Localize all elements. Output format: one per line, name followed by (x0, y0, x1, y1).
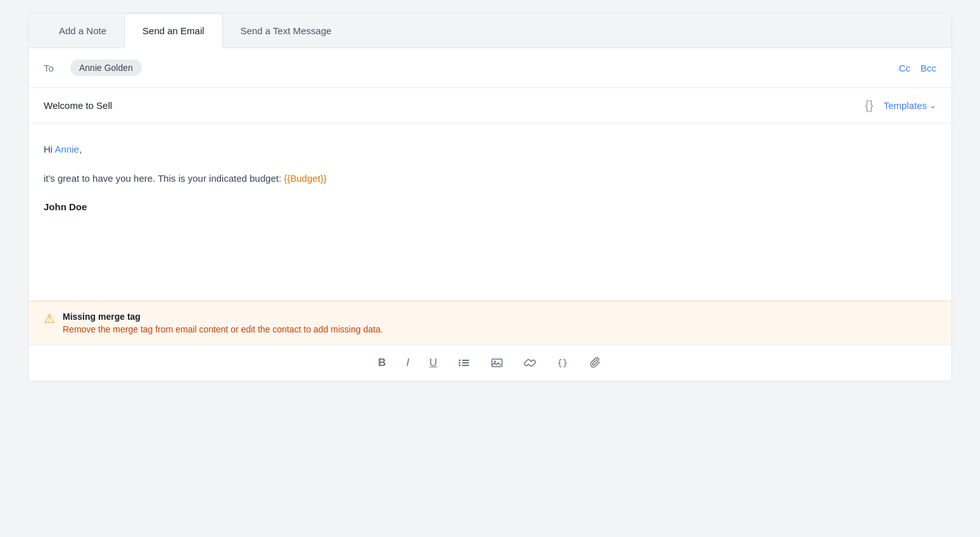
svg-point-4 (458, 365, 460, 367)
underline-button[interactable]: U (427, 354, 439, 372)
merge-tags-icon[interactable]: {} (865, 98, 873, 113)
to-label: To (44, 63, 63, 73)
tab-add-note[interactable]: Add a Note (41, 14, 124, 47)
cc-button[interactable]: Cc (899, 63, 910, 73)
subject-actions: {} Templates ⌄ (865, 98, 936, 113)
link-icon (524, 357, 536, 369)
svg-rect-5 (462, 365, 469, 366)
svg-point-2 (458, 362, 460, 364)
signature: John Doe (44, 199, 936, 215)
svg-rect-3 (462, 362, 469, 363)
bold-button[interactable]: B (375, 354, 388, 372)
greeting-line: Hi Annie, (44, 141, 936, 158)
attachment-icon (589, 357, 602, 369)
warning-banner: ⚠ Missing merge tag Remove the merge tag… (28, 301, 952, 344)
image-button[interactable] (488, 354, 506, 372)
email-form: To Annie Golden Cc Bcc {} Templates ⌄ Hi… (28, 48, 952, 381)
greeting-name: Annie (55, 144, 79, 155)
bullet-list-button[interactable] (455, 354, 473, 372)
content-line: it's great to have you here. This is you… (44, 170, 936, 187)
warning-content: Missing merge tag Remove the merge tag f… (63, 312, 383, 334)
svg-text:{}: {} (557, 358, 568, 368)
content-prefix: it's great to have you here. This is you… (44, 173, 284, 184)
merge-tags-toolbar-button[interactable]: {} (554, 354, 572, 372)
svg-point-0 (458, 360, 460, 362)
svg-rect-1 (462, 360, 469, 361)
recipient-chip[interactable]: Annie Golden (70, 60, 142, 76)
chevron-down-icon: ⌄ (929, 101, 936, 110)
tab-send-text[interactable]: Send a Text Message (223, 14, 349, 47)
editor-toolbar: B I U (28, 344, 952, 381)
italic-button[interactable]: I (404, 354, 412, 372)
templates-button[interactable]: Templates ⌄ (884, 100, 936, 111)
warning-icon: ⚠ (44, 312, 55, 325)
greeting-prefix: Hi (44, 144, 55, 155)
merge-tags-toolbar-icon: {} (556, 357, 569, 369)
link-button[interactable] (521, 354, 539, 372)
email-body[interactable]: Hi Annie, it's great to have you here. T… (28, 123, 952, 301)
greeting-suffix: , (79, 144, 82, 155)
warning-text: Remove the merge tag from email content … (63, 324, 383, 334)
subject-row: {} Templates ⌄ (28, 88, 952, 123)
bcc-button[interactable]: Bcc (920, 63, 936, 73)
email-composer-container: Add a Note Send an Email Send a Text Mes… (28, 13, 952, 381)
merge-tag: {{Budget}} (284, 173, 327, 184)
cc-bcc-area: Cc Bcc (899, 63, 936, 73)
to-row: To Annie Golden Cc Bcc (28, 48, 952, 88)
tab-bar: Add a Note Send an Email Send a Text Mes… (28, 13, 952, 48)
tab-send-email[interactable]: Send an Email (124, 13, 223, 48)
subject-input[interactable] (44, 100, 865, 111)
image-icon (491, 357, 503, 369)
bullet-list-icon (458, 357, 470, 369)
templates-label: Templates (884, 100, 927, 111)
warning-title: Missing merge tag (63, 312, 383, 322)
attachment-button[interactable] (587, 354, 605, 372)
